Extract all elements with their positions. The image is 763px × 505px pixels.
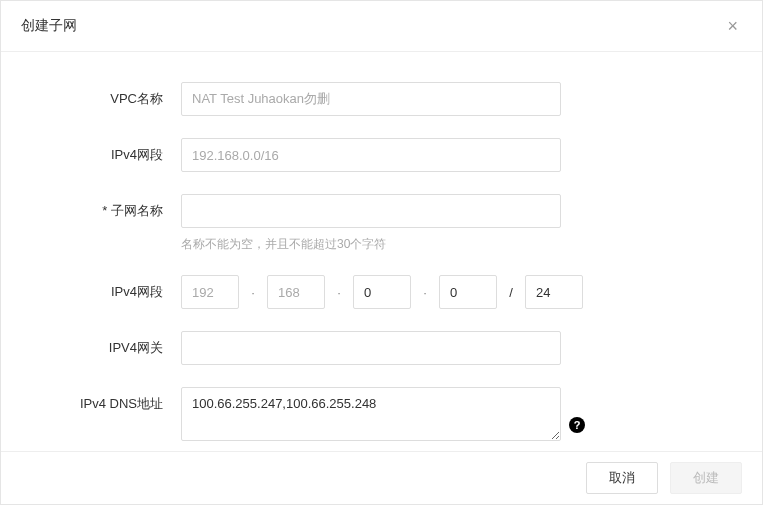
create-button: 创建 bbox=[670, 462, 742, 494]
cidr-octet-4[interactable] bbox=[439, 275, 497, 309]
label-ipv4-range: IPv4网段 bbox=[41, 138, 181, 164]
cancel-button[interactable]: 取消 bbox=[586, 462, 658, 494]
cidr-slash: / bbox=[497, 285, 525, 300]
modal-title: 创建子网 bbox=[21, 17, 77, 35]
cidr-dot-3: · bbox=[411, 285, 439, 300]
label-vpc-name: VPC名称 bbox=[41, 82, 181, 108]
cidr-dot-2: · bbox=[325, 285, 353, 300]
row-ipv4-dns: IPv4 DNS地址 ? bbox=[41, 387, 722, 441]
cidr-octet-2 bbox=[267, 275, 325, 309]
cidr-dot-1: · bbox=[239, 285, 267, 300]
row-vpc-name: VPC名称 bbox=[41, 82, 722, 116]
subnet-name-helper: 名称不能为空，并且不能超过30个字符 bbox=[181, 236, 561, 253]
vpc-name-input bbox=[181, 82, 561, 116]
label-ipv4-dns: IPv4 DNS地址 bbox=[41, 387, 181, 413]
modal-footer: 取消 创建 bbox=[1, 451, 762, 504]
help-icon[interactable]: ? bbox=[569, 417, 585, 433]
ipv4-range-input bbox=[181, 138, 561, 172]
label-subnet-name: * 子网名称 bbox=[41, 194, 181, 220]
ipv4-dns-textarea[interactable] bbox=[181, 387, 561, 441]
row-ipv4-cidr: IPv4网段 · · · / bbox=[41, 275, 722, 309]
close-icon[interactable]: × bbox=[723, 15, 742, 37]
subnet-name-input[interactable] bbox=[181, 194, 561, 228]
ipv4-gateway-input[interactable] bbox=[181, 331, 561, 365]
modal-body: VPC名称 IPv4网段 * 子网名称 名称不能为空，并且不能超过30个字符 I… bbox=[1, 52, 762, 451]
label-ipv4-gateway: IPV4网关 bbox=[41, 331, 181, 357]
create-subnet-modal: 创建子网 × VPC名称 IPv4网段 * 子网名称 名称不能为空，并且不能超过… bbox=[0, 0, 763, 505]
cidr-mask[interactable] bbox=[525, 275, 583, 309]
row-ipv4-range: IPv4网段 bbox=[41, 138, 722, 172]
row-ipv4-gateway: IPV4网关 bbox=[41, 331, 722, 365]
cidr-octet-1 bbox=[181, 275, 239, 309]
row-subnet-name: * 子网名称 名称不能为空，并且不能超过30个字符 bbox=[41, 194, 722, 253]
label-ipv4-cidr: IPv4网段 bbox=[41, 275, 181, 301]
modal-header: 创建子网 × bbox=[1, 1, 762, 52]
cidr-octet-3[interactable] bbox=[353, 275, 411, 309]
